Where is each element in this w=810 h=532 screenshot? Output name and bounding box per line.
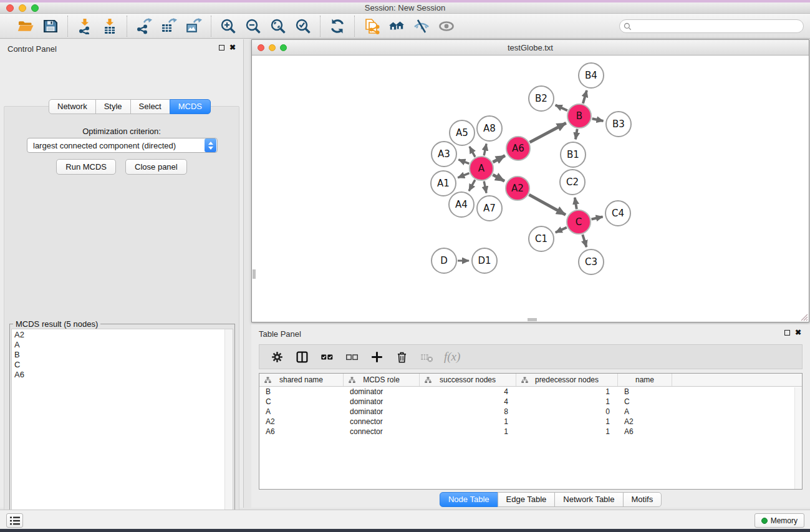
graph-node-D[interactable]: D <box>432 248 456 273</box>
table-cell[interactable]: A2 <box>618 417 672 427</box>
close-table-panel-icon[interactable]: ✖ <box>795 330 801 336</box>
graph-node-A8[interactable]: A8 <box>477 116 502 141</box>
mcds-result-list[interactable]: A2ABCA6 <box>11 329 233 532</box>
table-cell[interactable]: dominator <box>344 387 420 397</box>
export-network-button[interactable] <box>135 17 153 36</box>
table-row[interactable]: Bdominator41B <box>259 387 802 397</box>
maximize-window-button[interactable] <box>31 4 39 12</box>
memory-button[interactable]: Memory <box>755 513 804 528</box>
table-scrollbar[interactable] <box>794 387 802 489</box>
graph-node-B4[interactable]: B4 <box>579 63 604 88</box>
mcds-result-item[interactable]: A2 <box>12 329 233 339</box>
table-tab-motifs[interactable]: Motifs <box>622 492 662 507</box>
result-list-scrollbar[interactable] <box>224 329 233 532</box>
table-tab-network-table[interactable]: Network Table <box>554 492 623 507</box>
show-columns-button[interactable] <box>294 349 309 364</box>
resize-grip-icon[interactable] <box>799 312 808 321</box>
table-cell[interactable]: B <box>259 387 344 397</box>
graph-edge-C-C2[interactable] <box>575 198 577 210</box>
close-panel-icon[interactable]: ✖ <box>229 45 236 51</box>
table-cell[interactable]: 4 <box>420 387 516 397</box>
graph-edge-C-C3[interactable] <box>582 235 586 247</box>
save-session-button[interactable] <box>41 17 60 36</box>
network-home-button[interactable] <box>387 17 406 36</box>
table-cell[interactable]: connector <box>344 427 420 437</box>
graph-node-B3[interactable]: B3 <box>606 112 631 137</box>
task-history-button[interactable] <box>6 513 23 528</box>
table-cell[interactable]: A2 <box>259 417 344 427</box>
delete-row-button[interactable] <box>394 349 409 364</box>
graph-edge-A-A7[interactable] <box>484 181 486 193</box>
graph-node-A5[interactable]: A5 <box>450 120 475 145</box>
export-image-button[interactable] <box>185 17 203 36</box>
graph-edge-A-A3[interactable] <box>458 160 469 164</box>
table-settings-button[interactable] <box>269 349 284 364</box>
graph-edge-C-C1[interactable] <box>556 228 567 233</box>
table-cell[interactable]: 0 <box>516 407 618 417</box>
table-cell[interactable]: 1 <box>516 387 618 397</box>
mcds-result-item[interactable]: B <box>12 349 233 359</box>
zoom-fit-button[interactable] <box>269 17 287 36</box>
column-header-MCDS-role[interactable]: MCDS role <box>344 374 420 386</box>
table-cell[interactable]: 4 <box>420 397 516 407</box>
table-cell[interactable]: 8 <box>420 407 516 417</box>
table-row[interactable]: A6connector11A6 <box>259 427 802 437</box>
import-network-button[interactable] <box>75 17 94 36</box>
graph-edge-A-A4[interactable] <box>469 180 475 191</box>
table-cell[interactable]: dominator <box>344 397 420 407</box>
delete-column-button[interactable] <box>419 349 434 364</box>
graph-node-A2[interactable]: A2 <box>506 177 529 200</box>
network-window-titlebar[interactable]: testGlobe.txt <box>252 40 809 56</box>
mcds-result-item[interactable]: C <box>12 359 233 369</box>
refresh-view-button[interactable] <box>328 17 347 36</box>
tab-mcds[interactable]: MCDS <box>170 99 211 114</box>
graph-node-A3[interactable]: A3 <box>432 142 456 167</box>
network-maximize-button[interactable] <box>280 44 287 51</box>
function-builder-button[interactable]: f(x) <box>444 350 460 364</box>
column-header-successor-nodes[interactable]: successor nodes <box>420 374 516 386</box>
graph-edge-A-A8[interactable] <box>484 143 486 155</box>
network-close-button[interactable] <box>258 44 264 51</box>
tab-select[interactable]: Select <box>130 99 170 114</box>
table-cell[interactable]: dominator <box>344 407 420 417</box>
graph-edge-A2-C[interactable] <box>529 195 566 215</box>
graph-node-A6[interactable]: A6 <box>506 137 530 160</box>
graph-node-A[interactable]: A <box>470 157 493 180</box>
search-input[interactable] <box>634 21 803 32</box>
graph-node-B[interactable]: B <box>567 104 591 128</box>
graph-edge-A-A5[interactable] <box>470 147 475 157</box>
graph-node-A7[interactable]: A7 <box>477 196 502 221</box>
column-header-shared-name[interactable]: shared name <box>259 374 344 386</box>
table-row[interactable]: Adominator80A <box>259 407 802 417</box>
table-cell[interactable]: B <box>618 387 672 397</box>
graph-node-D1[interactable]: D1 <box>472 248 497 273</box>
column-header-name[interactable]: name <box>618 374 672 386</box>
zoom-selected-button[interactable] <box>294 17 312 36</box>
table-cell[interactable]: 1 <box>420 417 516 427</box>
tab-network[interactable]: Network <box>49 99 96 114</box>
table-tab-node-table[interactable]: Node Table <box>440 492 498 507</box>
table-cell[interactable]: C <box>618 397 672 407</box>
table-cell[interactable]: 1 <box>516 417 618 427</box>
graph-node-A1[interactable]: A1 <box>431 171 456 196</box>
copy-network-button[interactable] <box>362 17 381 36</box>
float-panel-icon[interactable] <box>219 45 224 51</box>
table-cell[interactable]: A6 <box>618 427 672 437</box>
import-table-button[interactable] <box>100 17 119 36</box>
float-table-panel-icon[interactable] <box>784 330 790 336</box>
table-cell[interactable]: 1 <box>420 427 516 437</box>
graph-node-C[interactable]: C <box>567 210 591 234</box>
table-cell[interactable]: C <box>259 397 344 407</box>
graph-edge-B-B2[interactable] <box>556 105 567 110</box>
mcds-result-item[interactable]: A6 <box>12 369 233 379</box>
table-row[interactable]: Cdominator41C <box>259 397 802 407</box>
graph-edge-B-B3[interactable] <box>592 118 604 121</box>
table-cell[interactable]: A <box>259 407 344 417</box>
table-cell[interactable]: A6 <box>259 427 344 437</box>
tab-style[interactable]: Style <box>95 99 131 114</box>
graph-node-C3[interactable]: C3 <box>579 249 604 274</box>
table-cell[interactable]: A <box>618 407 672 417</box>
graph-edge-A-A6[interactable] <box>493 155 504 162</box>
show-selected-button[interactable] <box>437 17 456 36</box>
vertical-scroll-thumb[interactable] <box>253 269 256 279</box>
